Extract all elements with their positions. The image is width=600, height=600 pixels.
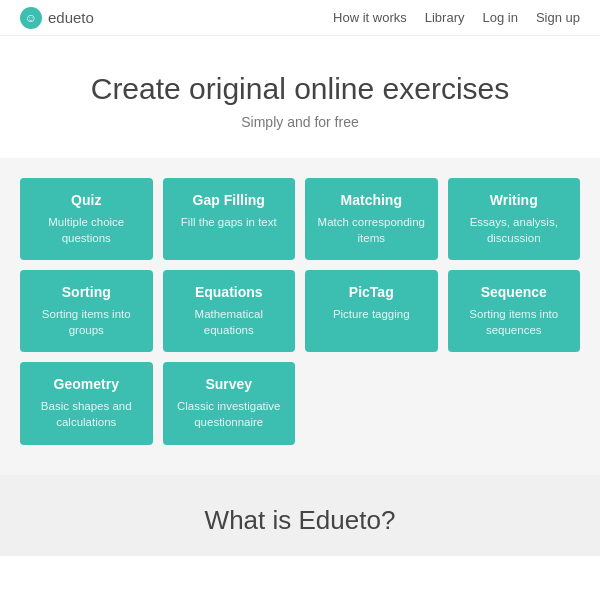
hero-section: Create original online exercises Simply … [0, 36, 600, 158]
card-desc: Sorting items into groups [30, 306, 143, 338]
what-title: What is Edueto? [20, 505, 580, 536]
exercise-card-sorting[interactable]: SortingSorting items into groups [20, 270, 153, 352]
card-title: Quiz [30, 192, 143, 208]
exercise-card-sequence[interactable]: SequenceSorting items into sequences [448, 270, 581, 352]
exercise-grid: QuizMultiple choice questionsGap Filling… [20, 178, 580, 445]
card-desc: Classic investigative questionnaire [173, 398, 286, 430]
navbar-links: How it works Library Log in Sign up [333, 10, 580, 25]
card-desc: Essays, analysis, discussion [458, 214, 571, 246]
card-title: Matching [315, 192, 428, 208]
navbar: ☺ edueto How it works Library Log in Sig… [0, 0, 600, 36]
nav-how-it-works[interactable]: How it works [333, 10, 407, 25]
card-title: Writing [458, 192, 571, 208]
card-title: Gap Filling [173, 192, 286, 208]
logo-text: edueto [48, 9, 94, 26]
card-desc: Mathematical equations [173, 306, 286, 338]
card-title: Sequence [458, 284, 571, 300]
card-desc: Match corresponding items [315, 214, 428, 246]
card-desc: Sorting items into sequences [458, 306, 571, 338]
hero-title: Create original online exercises [20, 72, 580, 106]
what-section: What is Edueto? [0, 475, 600, 556]
nav-signup[interactable]: Sign up [536, 10, 580, 25]
card-title: Equations [173, 284, 286, 300]
exercise-card-quiz[interactable]: QuizMultiple choice questions [20, 178, 153, 260]
exercise-section: QuizMultiple choice questionsGap Filling… [0, 158, 600, 475]
nav-library[interactable]: Library [425, 10, 465, 25]
exercise-card-matching[interactable]: MatchingMatch corresponding items [305, 178, 438, 260]
card-desc: Multiple choice questions [30, 214, 143, 246]
hero-subtitle: Simply and for free [20, 114, 580, 130]
card-title: Sorting [30, 284, 143, 300]
nav-login[interactable]: Log in [482, 10, 517, 25]
exercise-card-survey[interactable]: SurveyClassic investigative questionnair… [163, 362, 296, 444]
exercise-card-equations[interactable]: EquationsMathematical equations [163, 270, 296, 352]
logo[interactable]: ☺ edueto [20, 7, 94, 29]
card-title: Geometry [30, 376, 143, 392]
exercise-card-pictag[interactable]: PicTagPicture tagging [305, 270, 438, 352]
exercise-card-geometry[interactable]: GeometryBasic shapes and calculations [20, 362, 153, 444]
exercise-card-gap-filling[interactable]: Gap FillingFill the gaps in text [163, 178, 296, 260]
card-desc: Basic shapes and calculations [30, 398, 143, 430]
card-desc: Picture tagging [315, 306, 428, 322]
exercise-card-writing[interactable]: WritingEssays, analysis, discussion [448, 178, 581, 260]
card-title: PicTag [315, 284, 428, 300]
logo-icon: ☺ [20, 7, 42, 29]
card-title: Survey [173, 376, 286, 392]
card-desc: Fill the gaps in text [173, 214, 286, 230]
